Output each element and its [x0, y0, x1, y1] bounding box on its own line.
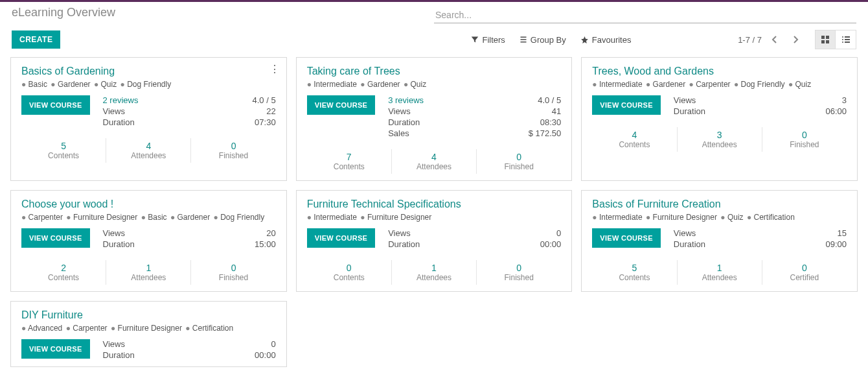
- course-card[interactable]: Choose your wood !Carpenter Furniture De…: [10, 190, 287, 292]
- course-title[interactable]: DIY Furniture: [21, 309, 276, 321]
- views-label: Views: [103, 228, 125, 238]
- views-value: 22: [266, 106, 275, 116]
- view-course-button[interactable]: VIEW COURSE: [21, 339, 90, 359]
- duration-value: 00:00: [540, 239, 562, 249]
- stat-value: 4: [592, 130, 676, 140]
- search-input[interactable]: [434, 7, 856, 23]
- stat-label: Attendees: [106, 151, 190, 160]
- stat-label: Attendees: [392, 273, 476, 282]
- course-tags: Intermediate Furniture Designer Quiz Cer…: [592, 213, 847, 222]
- group-by-button[interactable]: Group By: [520, 35, 566, 45]
- kanban-icon: [821, 35, 830, 44]
- stat-contents[interactable]: 2Contents: [21, 260, 106, 285]
- stat-label: Attendees: [678, 273, 762, 282]
- favourites-label: Favourites: [592, 35, 632, 45]
- duration-value: 06:00: [825, 106, 847, 116]
- stat-finished[interactable]: 0Finished: [190, 138, 275, 163]
- view-course-button[interactable]: VIEW COURSE: [21, 228, 90, 248]
- pager-prev-button[interactable]: [767, 30, 782, 49]
- stat-value: 1: [392, 263, 476, 273]
- duration-label: Duration: [674, 239, 705, 249]
- stat-finished[interactable]: 0Finished: [762, 127, 847, 152]
- stat-contents[interactable]: 0Contents: [307, 260, 391, 285]
- reviews-link[interactable]: 2 reviews: [103, 95, 139, 105]
- star-icon: [580, 36, 589, 44]
- stat-attendees[interactable]: 3Attendees: [677, 127, 762, 152]
- course-card[interactable]: Taking care of TreesIntermediate Gardene…: [296, 57, 573, 181]
- course-title[interactable]: Taking care of Trees: [307, 66, 562, 77]
- stat-attendees[interactable]: 1Attendees: [391, 260, 476, 285]
- kebab-icon[interactable]: ⋮: [269, 63, 280, 75]
- tag: Gardener: [170, 213, 210, 222]
- stat-contents[interactable]: 7Contents: [307, 149, 391, 174]
- stat-value: 4: [106, 141, 190, 151]
- duration-value: 07:30: [255, 117, 276, 127]
- stat-attendees[interactable]: 4Attendees: [391, 149, 476, 174]
- stat-value: 1: [678, 263, 762, 273]
- course-card[interactable]: Furniture Technical SpecificationsInterm…: [296, 190, 573, 292]
- tag: Furniture Designer: [66, 213, 137, 222]
- course-title[interactable]: Basics of Gardening: [21, 66, 276, 77]
- views-label: Views: [103, 106, 125, 116]
- stat-value: 4: [392, 152, 476, 162]
- stat-attendees[interactable]: 1Attendees: [106, 260, 190, 285]
- svg-point-4: [842, 36, 843, 38]
- tag: Basic: [141, 213, 167, 222]
- tag: Gardener: [360, 80, 400, 89]
- stat-finished[interactable]: 0Finished: [476, 149, 561, 174]
- view-course-button[interactable]: VIEW COURSE: [592, 228, 661, 248]
- stat-finished[interactable]: 0Finished: [476, 260, 561, 285]
- stat-contents[interactable]: 4Contents: [592, 127, 676, 152]
- create-button[interactable]: CREATE: [12, 30, 60, 49]
- filters-button[interactable]: Filters: [471, 35, 505, 45]
- favourites-button[interactable]: Favourites: [580, 35, 632, 45]
- stat-value: 2: [21, 263, 106, 273]
- course-card[interactable]: Trees, Wood and GardensIntermediate Gard…: [581, 57, 858, 181]
- stat-value: 7: [307, 152, 391, 162]
- view-course-button[interactable]: VIEW COURSE: [307, 95, 376, 115]
- course-title[interactable]: Basics of Furniture Creation: [592, 198, 847, 210]
- course-card[interactable]: ⋮Basics of GardeningBasic Gardener Quiz …: [10, 57, 287, 181]
- kanban-view-button[interactable]: [815, 30, 836, 49]
- duration-value: 08:30: [540, 117, 562, 127]
- stat-certified[interactable]: 0Certified: [762, 260, 847, 285]
- course-title[interactable]: Furniture Technical Specifications: [307, 198, 562, 210]
- tag: Furniture Designer: [111, 324, 182, 333]
- stat-contents[interactable]: 5Contents: [592, 260, 676, 285]
- stat-value: 0: [762, 130, 847, 140]
- stat-label: Attendees: [392, 162, 476, 171]
- reviews-link[interactable]: 3 reviews: [388, 95, 424, 105]
- svg-point-6: [842, 39, 843, 40]
- rating-value: 4.0 / 5: [253, 95, 276, 105]
- chevron-right-icon: [792, 35, 799, 44]
- stat-label: Contents: [21, 151, 106, 160]
- duration-value: 00:00: [255, 350, 276, 360]
- svg-rect-1: [826, 36, 829, 39]
- group-by-icon: [520, 36, 527, 43]
- stat-value: 5: [21, 141, 106, 151]
- view-course-button[interactable]: VIEW COURSE: [307, 228, 376, 248]
- tag: Intermediate: [307, 80, 357, 89]
- stat-attendees[interactable]: 4Attendees: [106, 138, 190, 163]
- course-card[interactable]: Basics of Furniture CreationIntermediate…: [581, 190, 858, 292]
- view-course-button[interactable]: VIEW COURSE: [21, 95, 90, 115]
- stat-finished[interactable]: 0Finished: [190, 260, 275, 285]
- stat-attendees[interactable]: 1Attendees: [677, 260, 762, 285]
- stat-label: Attendees: [106, 273, 190, 282]
- filter-icon: [471, 36, 479, 43]
- page-title: eLearning Overview: [12, 6, 434, 19]
- duration-value: 09:00: [825, 239, 847, 249]
- course-tags: Advanced Carpenter Furniture Designer Ce…: [21, 324, 276, 333]
- course-title[interactable]: Choose your wood !: [21, 198, 276, 210]
- svg-rect-7: [845, 39, 850, 40]
- pager-next-button[interactable]: [788, 30, 803, 49]
- stat-contents[interactable]: 5Contents: [21, 138, 106, 163]
- list-icon: [841, 35, 851, 44]
- list-view-button[interactable]: [836, 30, 856, 49]
- course-title[interactable]: Trees, Wood and Gardens: [592, 66, 847, 77]
- sales-value: $ 172.50: [529, 128, 562, 138]
- view-course-button[interactable]: VIEW COURSE: [592, 95, 661, 115]
- course-card[interactable]: DIY FurnitureAdvanced Carpenter Furnitur…: [10, 301, 287, 367]
- stat-label: Contents: [307, 162, 391, 171]
- tag: Basic: [21, 80, 47, 89]
